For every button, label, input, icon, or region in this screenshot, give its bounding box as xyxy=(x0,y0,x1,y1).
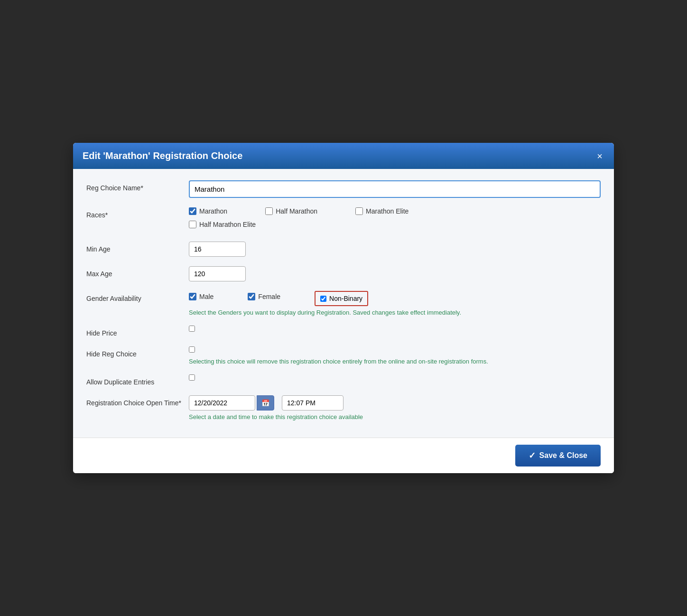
hide-reg-choice-label: Hide Reg Choice xyxy=(86,346,181,358)
race-half-marathon-elite-label: Half Marathon Elite xyxy=(199,221,256,228)
gender-male-label: Male xyxy=(199,293,214,300)
gender-nonbinary-highlight: Non-Binary xyxy=(315,291,368,306)
hide-price-label: Hide Price xyxy=(86,326,181,337)
gender-nonbinary-label: Non-Binary xyxy=(329,295,362,302)
max-age-row: Max Age xyxy=(86,266,601,281)
race-marathon-elite-checkbox[interactable] xyxy=(355,207,363,215)
race-half-marathon-elite[interactable]: Half Marathon Elite xyxy=(189,221,256,228)
modal-footer: ✓ Save & Close xyxy=(73,438,614,473)
save-check-icon: ✓ xyxy=(529,450,536,461)
race-half-marathon-checkbox[interactable] xyxy=(265,207,273,215)
modal-title: Edit 'Marathon' Registration Choice xyxy=(83,150,242,161)
modal-header: Edit 'Marathon' Registration Choice × xyxy=(73,143,614,169)
max-age-content xyxy=(189,266,601,281)
gender-female-label: Female xyxy=(258,293,280,300)
open-date-input[interactable] xyxy=(189,395,255,411)
gender-female[interactable]: Female xyxy=(248,293,280,300)
hide-price-content xyxy=(189,326,601,333)
date-time-group: 📅 xyxy=(189,395,601,411)
open-time-row: Registration Choice Open Time* 📅 Select … xyxy=(86,395,601,420)
min-age-row: Min Age xyxy=(86,242,601,257)
allow-duplicate-content xyxy=(189,374,601,382)
save-close-label: Save & Close xyxy=(539,451,587,460)
modal-overlay: Edit 'Marathon' Registration Choice × Re… xyxy=(0,0,687,616)
min-age-label: Min Age xyxy=(86,242,181,253)
hide-price-checkbox[interactable] xyxy=(189,326,195,332)
gender-nonbinary-checkbox[interactable] xyxy=(320,296,326,302)
reg-choice-name-row: Reg Choice Name* xyxy=(86,180,601,198)
race-marathon-elite-label: Marathon Elite xyxy=(366,207,408,215)
reg-choice-name-label: Reg Choice Name* xyxy=(86,180,181,192)
open-time-label: Registration Choice Open Time* xyxy=(86,395,181,407)
gender-male[interactable]: Male xyxy=(189,293,214,300)
modal: Edit 'Marathon' Registration Choice × Re… xyxy=(73,143,614,473)
open-time-input[interactable] xyxy=(282,395,344,411)
races-row: Races* Marathon Half Marathon xyxy=(86,207,601,232)
gender-hint: Select the Genders you want to display d… xyxy=(189,309,601,316)
race-marathon-elite[interactable]: Marathon Elite xyxy=(355,207,408,215)
reg-choice-name-content xyxy=(189,180,601,198)
race-marathon-label: Marathon xyxy=(199,207,227,215)
open-time-content: 📅 Select a date and time to make this re… xyxy=(189,395,601,420)
reg-choice-name-input[interactable] xyxy=(189,180,601,198)
min-age-input[interactable] xyxy=(189,242,246,257)
races-content: Marathon Half Marathon Marathon Elite xyxy=(189,207,601,232)
max-age-input[interactable] xyxy=(189,266,246,281)
hide-reg-choice-content: Selecting this choice will remove this r… xyxy=(189,346,601,365)
gender-female-checkbox[interactable] xyxy=(248,293,255,300)
race-marathon[interactable]: Marathon xyxy=(189,207,227,215)
race-half-marathon-elite-checkbox[interactable] xyxy=(189,221,196,228)
save-close-button[interactable]: ✓ Save & Close xyxy=(515,445,601,467)
max-age-label: Max Age xyxy=(86,266,181,278)
hide-price-row: Hide Price xyxy=(86,326,601,337)
race-half-marathon-label: Half Marathon xyxy=(276,207,317,215)
close-button[interactable]: × xyxy=(595,151,604,161)
hide-reg-choice-hint: Selecting this choice will remove this r… xyxy=(189,358,601,365)
gender-row: Gender Availability Male Female xyxy=(86,291,601,316)
gender-content: Male Female Non-Binary Select the Gender… xyxy=(189,291,601,316)
modal-body: Reg Choice Name* Races* Marathon xyxy=(73,169,614,438)
open-time-hint: Select a date and time to make this regi… xyxy=(189,413,601,420)
allow-duplicate-row: Allow Duplicate Entries xyxy=(86,374,601,386)
gender-options: Male Female Non-Binary xyxy=(189,291,601,306)
allow-duplicate-label: Allow Duplicate Entries xyxy=(86,374,181,386)
min-age-content xyxy=(189,242,601,257)
gender-male-checkbox[interactable] xyxy=(189,293,196,300)
races-label: Races* xyxy=(86,207,181,219)
race-half-marathon[interactable]: Half Marathon xyxy=(265,207,317,215)
hide-reg-choice-row: Hide Reg Choice Selecting this choice wi… xyxy=(86,346,601,365)
allow-duplicate-checkbox[interactable] xyxy=(189,374,195,381)
gender-label: Gender Availability xyxy=(86,291,181,302)
hide-reg-choice-checkbox[interactable] xyxy=(189,346,195,353)
race-marathon-checkbox[interactable] xyxy=(189,207,196,215)
calendar-button[interactable]: 📅 xyxy=(257,395,274,411)
